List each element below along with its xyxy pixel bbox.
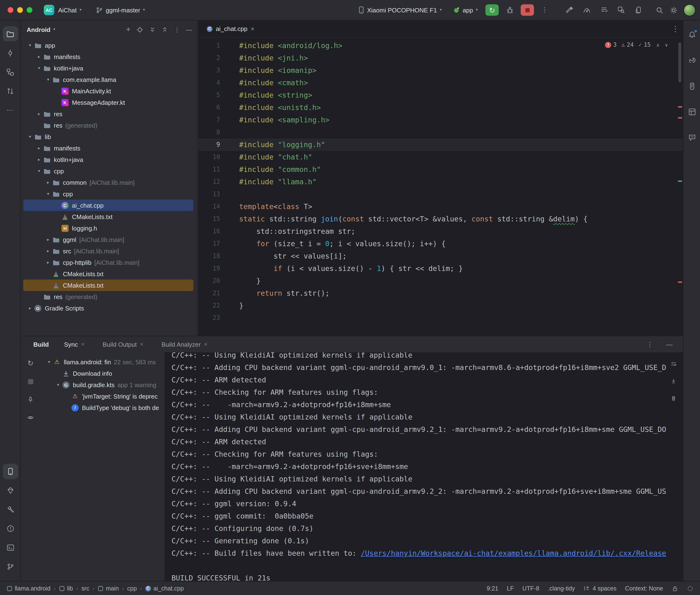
build-panel-options-button[interactable]: ⋮ — [644, 340, 656, 348]
app-inspection-button[interactable] — [614, 3, 628, 17]
file-encoding[interactable]: UTF-8 — [522, 585, 539, 592]
chevron-right-icon[interactable]: ▸ — [44, 249, 52, 253]
chevron-down-icon[interactable]: ▾ — [54, 382, 62, 387]
tree-item[interactable]: CMakeLists.txt — [23, 268, 193, 280]
tree-item[interactable]: ▸cpp-httplib[AiChat.lib.main] — [23, 257, 193, 268]
chevron-down-icon[interactable]: ▾ — [44, 192, 52, 196]
user-avatar[interactable] — [683, 4, 696, 16]
device-selector[interactable]: Xiaomi POCOPHONE F1 ▾ — [354, 3, 445, 17]
device-explorer-button[interactable] — [684, 79, 700, 94]
breadcrumb-item[interactable]: src — [81, 585, 89, 592]
error-stripe-mark[interactable] — [678, 180, 682, 182]
chevron-right-icon[interactable]: ▸ — [35, 54, 43, 59]
hide-panel-button[interactable]: — — [186, 26, 192, 33]
project-tool-button[interactable] — [3, 26, 18, 41]
chevron-down-icon[interactable]: ▾ — [35, 169, 43, 173]
next-problem-button[interactable]: ∨ — [665, 42, 668, 47]
settings-button[interactable] — [666, 3, 681, 17]
caret-position[interactable]: 9:21 — [486, 585, 498, 592]
notifications-button[interactable] — [684, 27, 700, 42]
debug-button[interactable] — [503, 3, 517, 17]
tree-item[interactable]: ▾com.example.llama — [23, 74, 193, 85]
layout-inspector-button[interactable] — [684, 104, 700, 119]
show-passed-button[interactable] — [24, 412, 37, 424]
soft-wrap-button[interactable] — [668, 358, 679, 370]
tree-item[interactable]: ▸common[AiChat.lib.main] — [23, 177, 193, 188]
code-editor[interactable]: !3 ⚠24 ✓15 ∧ ∨ 1#inc — [198, 38, 683, 336]
zoom-window-button[interactable] — [27, 7, 32, 13]
structure-tool-button[interactable] — [3, 64, 18, 80]
expand-all-button[interactable] — [149, 26, 156, 33]
inspections-widget[interactable]: !3 ⚠24 ✓15 ∧ ∨ — [605, 41, 668, 48]
clear-console-button[interactable] — [668, 392, 679, 404]
scroll-to-end-button[interactable] — [668, 375, 679, 387]
tree-item[interactable]: ▾app — [23, 39, 193, 51]
build-tool-button[interactable] — [3, 502, 18, 517]
tree-item[interactable]: ▸res — [23, 108, 193, 119]
collapse-all-button[interactable] — [162, 26, 168, 33]
version-control-tool-button[interactable] — [3, 559, 18, 574]
chevron-down-icon[interactable]: ▾ — [44, 77, 52, 82]
tree-item[interactable]: ▸manifests — [23, 142, 193, 154]
rerun-button[interactable]: ↻ — [485, 4, 499, 16]
project-selector[interactable]: AiChat ▾ — [54, 3, 85, 17]
breadcrumb-item[interactable]: main — [98, 585, 119, 592]
stop-sync-button[interactable] — [24, 375, 37, 388]
assistant-button[interactable] — [684, 130, 700, 145]
branch-selector[interactable]: ggml-master ▾ — [92, 3, 149, 17]
breadcrumb-item[interactable]: Cai_chat.cpp — [145, 585, 184, 592]
tree-item[interactable]: ▾cpp — [23, 165, 193, 177]
pull-requests-tool-button[interactable] — [3, 83, 18, 98]
tree-item[interactable]: ▸GGradle Scripts — [23, 302, 193, 314]
device-mirror-button[interactable] — [631, 3, 645, 17]
problems-tool-button[interactable] — [3, 521, 18, 536]
clang-tidy-status[interactable]: .clang-tidy — [548, 585, 575, 592]
editor-tab-options-button[interactable]: ⋮ — [672, 24, 679, 33]
error-stripe-mark[interactable] — [678, 281, 682, 283]
gradle-tool-button[interactable] — [684, 53, 700, 68]
locate-file-button[interactable] — [136, 26, 143, 33]
background-tasks-icon[interactable] — [687, 585, 694, 592]
tree-item[interactable]: KMainActivity.kt — [23, 85, 193, 97]
error-stripe-mark[interactable] — [678, 117, 682, 119]
breadcrumb-item[interactable]: cpp — [127, 585, 137, 592]
indent-widget[interactable]: 4 spaces — [584, 585, 616, 592]
error-stripe-mark[interactable] — [678, 106, 682, 108]
tree-item[interactable]: iBuildType 'debug' is both de — [43, 402, 162, 413]
chevron-down-icon[interactable]: ▾ — [45, 360, 53, 364]
error-stripe[interactable] — [676, 38, 683, 336]
chevron-right-icon[interactable]: ▸ — [35, 157, 43, 162]
search-everywhere-button[interactable] — [652, 3, 666, 17]
rerun-sync-button[interactable]: ↻ — [24, 357, 37, 370]
app-quality-insights-tool-button[interactable] — [3, 483, 18, 498]
profiler-button[interactable] — [580, 3, 594, 17]
tree-item[interactable]: ▾Gbuild.gradle.ktsapp 1 warning — [43, 379, 162, 391]
pin-button[interactable] — [24, 393, 37, 406]
tree-item[interactable]: KMessageAdapter.kt — [23, 97, 193, 108]
line-separator[interactable]: LF — [507, 585, 514, 592]
tree-item[interactable]: CMakeLists.txt — [23, 280, 193, 291]
terminal-tool-button[interactable] — [3, 540, 18, 555]
tree-item[interactable]: ▸ggml[AiChat.lib.main] — [23, 234, 193, 245]
tree-item[interactable]: Hlogging.h — [23, 222, 193, 234]
tree-item[interactable]: ▾kotlin+java — [23, 62, 193, 74]
build-console[interactable]: C/C++: -- Using KleidiAI optimized kerne… — [165, 352, 683, 581]
chevron-right-icon[interactable]: ▸ — [44, 237, 52, 242]
close-window-button[interactable] — [8, 7, 13, 13]
tree-item[interactable]: ▸kotlin+java — [23, 154, 193, 165]
tree-item[interactable]: ▸src[AiChat.lib.main] — [23, 245, 193, 257]
editor-tab[interactable]: C ai_chat.cpp × — [202, 20, 259, 37]
chevron-right-icon[interactable]: ▸ — [35, 111, 43, 116]
scrollbar-thumb[interactable] — [678, 42, 681, 82]
tree-item[interactable]: res(generated) — [23, 291, 193, 302]
minimize-window-button[interactable] — [17, 7, 23, 13]
chevron-down-icon[interactable]: ▾ — [26, 134, 34, 139]
run-configuration-selector[interactable]: app ▾ — [449, 3, 482, 17]
project-view-selector[interactable]: Android — [27, 26, 51, 33]
lock-icon[interactable] — [672, 585, 678, 592]
build-output-path-link[interactable]: /Users/hanyin/Workspace/ai-chat/examples… — [361, 549, 666, 558]
chevron-right-icon[interactable]: ▸ — [26, 306, 34, 310]
panel-options-button[interactable]: ⋮ — [174, 26, 180, 33]
breadcrumb-item[interactable]: lib — [59, 585, 73, 592]
stop-button[interactable] — [521, 4, 534, 16]
